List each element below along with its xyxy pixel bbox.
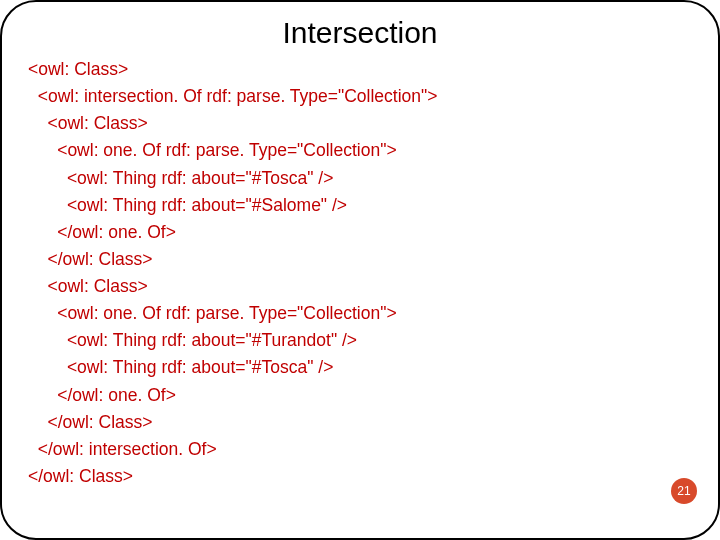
code-block: <owl: Class> <owl: intersection. Of rdf:… — [28, 56, 692, 490]
slide-frame: Intersection <owl: Class> <owl: intersec… — [0, 0, 720, 540]
slide-title: Intersection — [28, 16, 692, 50]
page-number: 21 — [677, 484, 690, 498]
page-number-badge: 21 — [671, 478, 697, 504]
